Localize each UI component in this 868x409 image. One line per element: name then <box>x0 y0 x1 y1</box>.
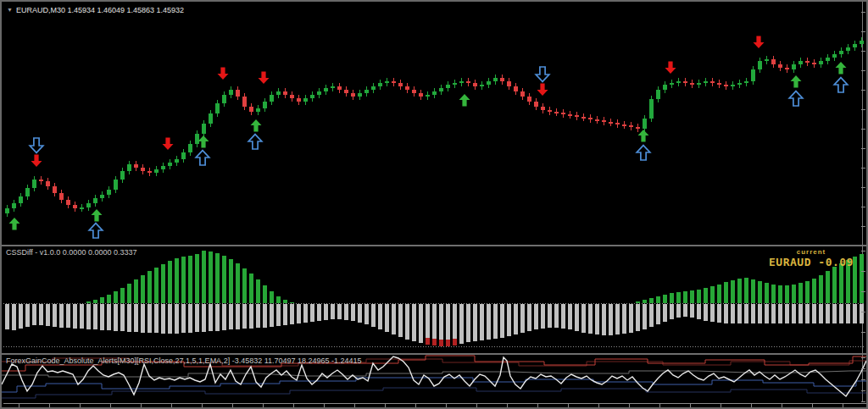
fgc-title: ForexGainCode_Absolute_Alerts[M30][RSI,C… <box>6 356 362 365</box>
main-chart-panel[interactable] <box>2 2 866 245</box>
current-value: EURAUD -0.09 <box>763 256 860 268</box>
price-axis[interactable] <box>862 2 866 401</box>
current-label: current <box>763 248 860 256</box>
cssdiff-panel[interactable] <box>2 246 866 353</box>
main-chart-title: ▼EURAUD,M30 1.45934 1.46049 1.45863 1.45… <box>7 6 184 14</box>
symbol-expand-icon[interactable]: ▼ <box>7 7 13 13</box>
symbol-ohlc-text: EURAUD,M30 1.45934 1.46049 1.45863 1.459… <box>16 6 184 14</box>
mt4-chart-window: ▼EURAUD,M30 1.45934 1.46049 1.45863 1.45… <box>0 0 868 409</box>
cssdiff-current-readout: current EURAUD -0.09 <box>763 248 860 268</box>
cssdiff-title: CSSDiff - v1.0.0 0.0000 0.0000 0.3337 <box>6 248 136 257</box>
panel-splitter-2[interactable] <box>2 353 866 355</box>
panel-splitter-1[interactable] <box>2 245 866 246</box>
time-axis[interactable] <box>2 403 866 409</box>
